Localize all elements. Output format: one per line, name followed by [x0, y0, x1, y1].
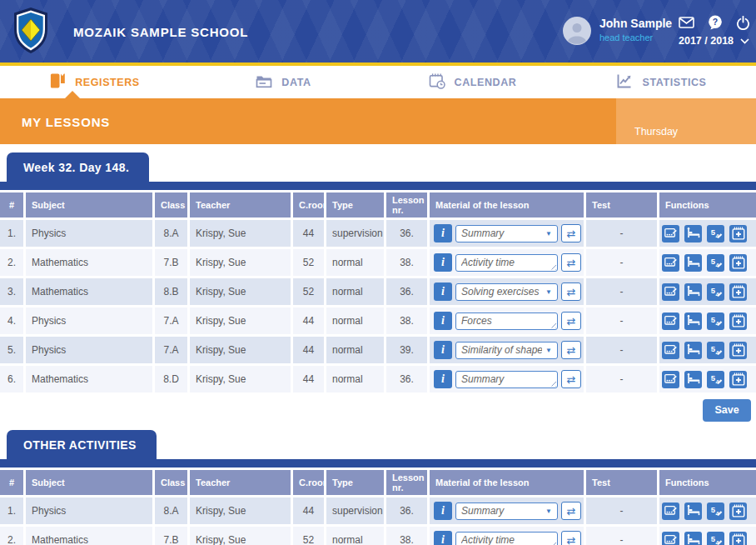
calendar-add-button[interactable] — [729, 225, 747, 242]
grades-button[interactable]: 5 4 — [707, 502, 724, 520]
dropdown-caret-icon: ▼ — [545, 288, 552, 296]
grades-button[interactable]: 5 4 — [707, 312, 724, 330]
material-input[interactable]: Similarity of shapes ▼ — [455, 342, 558, 359]
material-cell: i Solving exercises ▼ ⇄ — [430, 278, 584, 305]
material-info-button[interactable]: i — [434, 531, 452, 545]
material-info-button[interactable]: i — [434, 224, 452, 242]
material-input[interactable]: Summary ▼ — [455, 225, 558, 242]
power-icon[interactable] — [736, 16, 750, 30]
class-cell: 8.B — [155, 278, 187, 305]
swap-material-button[interactable]: ⇄ — [561, 312, 581, 330]
nav-tab-calendar[interactable]: CALENDAR — [378, 66, 567, 98]
subject-cell: Physics — [26, 220, 152, 247]
column-header: # — [0, 192, 23, 218]
material-info-button[interactable]: i — [434, 253, 452, 272]
absence-bed-button[interactable] — [684, 225, 702, 242]
functions-cell: 5 4 — [659, 527, 756, 545]
swap-material-button[interactable]: ⇄ — [561, 282, 581, 301]
grades-button[interactable]: 5 4 — [707, 532, 724, 545]
absence-bed-button[interactable] — [684, 502, 702, 520]
grades-button[interactable]: 5 4 — [707, 283, 724, 301]
material-input[interactable]: Activity time ▼ — [455, 532, 558, 545]
calendar-add-button[interactable] — [729, 312, 747, 330]
save-button[interactable]: Save — [703, 399, 751, 422]
material-info-button[interactable]: i — [434, 341, 452, 359]
test-cell: - — [586, 337, 657, 363]
subject-cell: Physics — [26, 308, 152, 334]
board-edit-button[interactable] — [662, 254, 679, 272]
board-edit-button[interactable] — [662, 225, 679, 242]
test-cell: - — [586, 527, 657, 545]
absence-bed-button[interactable] — [684, 312, 702, 330]
lesson-type-cell: supervision — [326, 220, 384, 247]
absence-bed-button[interactable] — [684, 254, 702, 272]
teacher-cell: Krispy, Sue — [190, 220, 291, 247]
grades-button[interactable]: 5 4 — [707, 225, 724, 242]
material-input[interactable]: Activity time ▼ — [455, 254, 558, 272]
nav-tab-data[interactable]: DATA — [189, 66, 378, 98]
calendar-add-button[interactable] — [729, 254, 747, 272]
column-header: # — [0, 470, 23, 495]
swap-material-button[interactable]: ⇄ — [561, 370, 581, 388]
absence-bed-button[interactable] — [684, 532, 702, 545]
lesson-row: 2. Mathematics 7.B Krispy, Sue 52 normal… — [0, 527, 756, 545]
mail-icon[interactable] — [679, 17, 694, 28]
board-edit-button[interactable] — [662, 312, 679, 330]
swap-material-button[interactable]: ⇄ — [561, 502, 581, 520]
board-edit-button[interactable] — [662, 283, 679, 301]
absence-bed-button[interactable] — [684, 283, 702, 301]
calendar-add-button[interactable] — [729, 283, 747, 301]
lesson-number-cell: 36. — [386, 220, 427, 247]
board-edit-button[interactable] — [662, 371, 679, 388]
svg-text:4: 4 — [715, 511, 719, 517]
material-input[interactable]: Solving exercises ▼ — [455, 283, 558, 301]
material-info-button[interactable]: i — [434, 312, 452, 330]
lesson-type-cell: supervision — [326, 498, 384, 524]
grades-button[interactable]: 5 4 — [707, 371, 724, 388]
column-header: Material of the lesson — [430, 192, 584, 218]
material-info-button[interactable]: i — [434, 370, 452, 388]
absence-bed-button[interactable] — [684, 342, 702, 359]
nav-tab-registers[interactable]: REGISTERS — [0, 66, 189, 98]
svg-text:4: 4 — [715, 321, 719, 327]
material-input[interactable]: Summary ▼ — [455, 371, 558, 388]
lesson-type-cell: normal — [326, 308, 384, 334]
row-number: 4. — [0, 308, 23, 334]
swap-material-button[interactable]: ⇄ — [561, 341, 581, 359]
user-menu[interactable]: John Sample head teacher — [563, 17, 672, 48]
material-value: Similarity of shapes — [461, 344, 542, 356]
board-edit-button[interactable] — [662, 502, 679, 520]
lesson-type-cell: normal — [326, 249, 384, 276]
calendar-add-button[interactable] — [729, 502, 747, 520]
day-selector[interactable]: Thursday — [616, 98, 756, 144]
swap-material-button[interactable]: ⇄ — [561, 253, 581, 272]
calendar-add-button[interactable] — [729, 532, 747, 545]
help-icon[interactable]: ? — [708, 15, 723, 30]
column-header: Teacher — [190, 192, 291, 218]
grades-button[interactable]: 5 4 — [707, 254, 724, 272]
calendar-add-button[interactable] — [729, 371, 747, 388]
nav-tab-statistics[interactable]: STATISTICS — [567, 66, 756, 98]
board-edit-button[interactable] — [662, 342, 679, 359]
absence-bed-button[interactable] — [684, 371, 702, 388]
class-cell: 8.A — [155, 220, 187, 247]
school-year-selector[interactable]: 2017 / 2018 — [679, 35, 749, 47]
material-info-button[interactable]: i — [434, 502, 452, 520]
material-input[interactable]: Forces ▼ — [455, 312, 558, 330]
my-lessons-banner: MY LESSONS Thursday — [0, 98, 756, 144]
board-edit-button[interactable] — [662, 532, 679, 545]
lesson-row: 3. Mathematics 8.B Krispy, Sue 52 normal… — [0, 278, 756, 305]
functions-cell: 5 4 — [659, 308, 756, 334]
swap-material-button[interactable]: ⇄ — [561, 531, 581, 545]
column-header: Lesson nr. — [386, 192, 427, 218]
calendar-add-button[interactable] — [729, 342, 747, 359]
grades-button[interactable]: 5 4 — [707, 342, 724, 359]
swap-material-button[interactable]: ⇄ — [561, 224, 581, 242]
calendar-clock-icon — [429, 72, 445, 92]
svg-text:4: 4 — [715, 292, 719, 298]
material-input[interactable]: Summary ▼ — [455, 502, 558, 520]
svg-text:4: 4 — [715, 379, 719, 385]
material-value: Forces — [461, 315, 552, 327]
material-info-button[interactable]: i — [434, 282, 452, 301]
column-header: Type — [326, 470, 384, 495]
